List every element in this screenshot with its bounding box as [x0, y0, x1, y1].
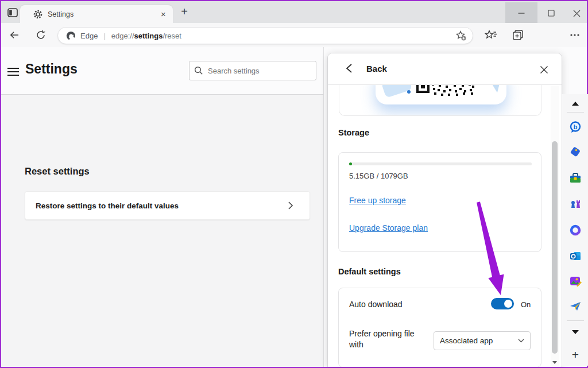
scroll-down-icon: [572, 330, 579, 334]
tab-close-icon[interactable]: ×: [158, 9, 169, 20]
new-tab-button[interactable]: +: [177, 5, 192, 20]
storage-usage-text: 5.15GB / 1079GB: [349, 172, 408, 180]
collections-button[interactable]: [509, 26, 527, 44]
sidebar-collapse-button[interactable]: [568, 96, 582, 110]
sidebar-scroll-down-button[interactable]: [568, 325, 582, 339]
favorites-icon: [485, 29, 497, 41]
tab-actions-button[interactable]: [6, 6, 20, 20]
bing-chat-icon: b: [569, 121, 582, 133]
sidebar-item-shopping[interactable]: [568, 145, 582, 159]
page-divider: [323, 47, 324, 367]
auto-download-label: Auto download: [349, 300, 403, 309]
close-icon: [573, 10, 581, 17]
tab-title: Settings: [48, 10, 74, 18]
sidebar-item-games[interactable]: [568, 197, 582, 211]
collections-icon: [512, 29, 524, 41]
add-favorite-icon[interactable]: [455, 30, 467, 41]
maximize-icon: [548, 10, 555, 17]
settings-page-header: Settings: [1, 47, 323, 95]
prefer-opening-label: Prefer opening file with: [349, 328, 430, 350]
plus-icon: +: [572, 349, 579, 361]
prefer-opening-dropdown[interactable]: Associated app: [434, 331, 531, 350]
drop-paper-plane-icon: [569, 300, 582, 313]
free-up-storage-link[interactable]: Free up storage: [349, 196, 406, 205]
storage-card: 5.15GB / 1079GB Free up storage Upgrade …: [338, 152, 541, 252]
panel-scrollbar-thumb[interactable]: [552, 141, 558, 354]
url-text: edge://settings/reset: [111, 32, 181, 40]
browser-window: Settings × + Edge | edge://settings/rese…: [0, 0, 588, 368]
auto-download-state: On: [521, 300, 531, 309]
qr-decoration-dot: [407, 90, 411, 94]
storage-progress-bar: [349, 162, 532, 165]
edge-sidebar: b +: [562, 94, 588, 366]
search-input[interactable]: [208, 67, 305, 75]
panel-close-button[interactable]: [537, 63, 551, 76]
sidebar-item-bing-chat[interactable]: b: [568, 120, 582, 134]
back-chevron-icon[interactable]: [345, 63, 357, 75]
close-button[interactable]: [565, 2, 588, 24]
sidebar-item-drop[interactable]: [568, 300, 582, 313]
restore-settings-label: Restore settings to their default values: [36, 202, 288, 210]
settings-page-body: Reset settings Restore settings to their…: [1, 95, 323, 367]
toggle-knob: [504, 300, 512, 308]
scroll-up-icon: [572, 102, 579, 106]
scrollbar-down-arrow-icon[interactable]: [552, 361, 557, 364]
navigation-toolbar: Edge | edge://settings/reset: [1, 23, 587, 47]
panel-header: Back: [328, 53, 562, 85]
refresh-button[interactable]: [32, 26, 49, 44]
content-area: Settings Reset settings Restore settings…: [1, 47, 587, 367]
tab-settings[interactable]: Settings ×: [20, 5, 173, 24]
svg-text:b: b: [574, 123, 578, 130]
back-button[interactable]: [6, 26, 23, 44]
back-arrow-icon: [9, 30, 20, 40]
sidebar-divider: [567, 112, 584, 113]
site-engine-label: Edge: [80, 32, 98, 40]
refresh-icon: [36, 30, 46, 40]
minimize-button[interactable]: [505, 2, 537, 24]
shopping-tag-icon: [569, 146, 582, 158]
menu-icon[interactable]: [7, 67, 20, 76]
favorites-button[interactable]: [482, 26, 500, 44]
image-creator-icon: [569, 275, 582, 288]
title-bar: Settings × +: [1, 1, 587, 23]
tab-actions-icon: [7, 7, 18, 18]
ellipsis-icon: [570, 33, 580, 37]
toolbox-icon: [569, 172, 582, 184]
games-chess-icon: [569, 198, 582, 211]
panel-back-label[interactable]: Back: [366, 64, 387, 73]
page-title: Settings: [25, 61, 78, 77]
chevron-right-icon: [288, 201, 293, 210]
sidebar-item-image-creator[interactable]: [568, 274, 582, 288]
qr-code-icon: [416, 85, 476, 97]
sidebar-item-outlook[interactable]: [568, 249, 582, 263]
qr-illustration-card: [339, 85, 541, 116]
default-settings-heading: Default settings: [338, 267, 401, 276]
address-bar[interactable]: Edge | edge://settings/reset: [57, 27, 473, 44]
storage-heading: Storage: [338, 128, 369, 137]
chevron-down-icon: [518, 339, 524, 343]
search-icon: [194, 66, 203, 75]
url-separator: |: [103, 32, 105, 40]
restore-settings-item[interactable]: Restore settings to their default values: [25, 191, 310, 220]
outlook-icon: [569, 250, 582, 262]
edge-logo-icon: [66, 31, 76, 41]
minimize-icon: [518, 10, 525, 17]
sidebar-divider: [567, 320, 584, 321]
gear-icon: [33, 9, 43, 20]
maximize-button[interactable]: [537, 2, 565, 24]
sidebar-item-microsoft-365[interactable]: [568, 223, 582, 237]
panel-close-icon: [540, 65, 548, 74]
search-settings-box[interactable]: [189, 61, 316, 80]
upgrade-storage-link[interactable]: Upgrade Storage plan: [349, 223, 428, 233]
settings-menu-button[interactable]: [566, 26, 583, 44]
mobile-sync-panel: Back: [327, 53, 562, 367]
reset-settings-heading: Reset settings: [25, 166, 90, 177]
microsoft-365-icon: [569, 224, 582, 237]
dropdown-selected-value: Associated app: [440, 336, 518, 345]
default-settings-card: Auto download On Prefer opening file wit…: [338, 288, 541, 367]
sidebar-add-button[interactable]: +: [568, 348, 582, 362]
sidebar-item-tools[interactable]: [568, 171, 582, 185]
storage-progress-fill: [349, 162, 352, 165]
auto-download-toggle[interactable]: [491, 298, 514, 309]
